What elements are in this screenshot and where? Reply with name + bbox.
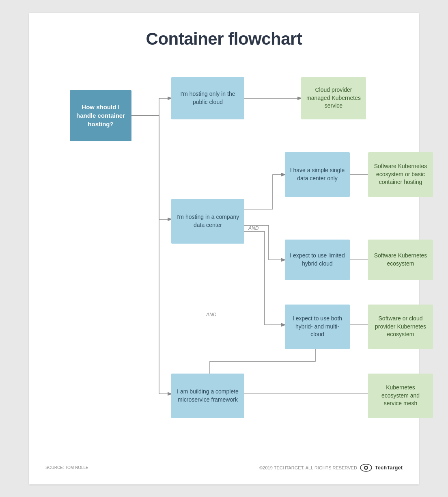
box-datacenter: I'm hosting in a company data center	[171, 199, 244, 244]
footer-logo: ©2019 TECHTARGET. ALL RIGHTS RESERVED Te…	[259, 463, 403, 472]
and-label-1: AND	[248, 225, 258, 231]
page-title: Container flowchart	[45, 29, 403, 49]
footer-source: SOURCE: TOM NOLLE	[45, 465, 88, 470]
flowchart-area: How should I handle container hosting? I…	[45, 65, 403, 451]
footer-logo-text: TechTarget	[375, 465, 403, 471]
box-microservice: I am building a complete microservice fr…	[171, 374, 244, 418]
box-result4: Software or cloud provider Kubernetes ec…	[368, 305, 433, 349]
box-cloud: I'm hosting only in the public cloud	[171, 77, 244, 119]
box-result5: Kubernetes ecosystem and service mesh	[368, 374, 433, 418]
footer-copyright: ©2019 TECHTARGET. ALL RIGHTS RESERVED	[259, 465, 357, 470]
box-hybrid-multi: I expect to use both hybrid- and multi-c…	[285, 305, 350, 349]
and-label-2: AND	[206, 312, 216, 318]
box-start: How should I handle container hosting?	[70, 90, 131, 141]
box-result1: Cloud provider managed Kubernetes servic…	[301, 77, 366, 119]
box-hybrid-limited: I expect to use limited hybrid cloud	[285, 240, 350, 280]
footer: SOURCE: TOM NOLLE ©2019 TECHTARGET. ALL …	[45, 459, 403, 472]
box-result2: Software Kubernetes ecosystem or basic c…	[368, 152, 433, 197]
box-result3: Software Kubernetes ecosystem	[368, 240, 433, 280]
svg-point-9	[365, 467, 367, 469]
techtarget-logo-icon	[360, 463, 373, 472]
box-simple: I have a simple single data center only	[285, 152, 350, 197]
page: Container flowchart	[29, 13, 419, 484]
